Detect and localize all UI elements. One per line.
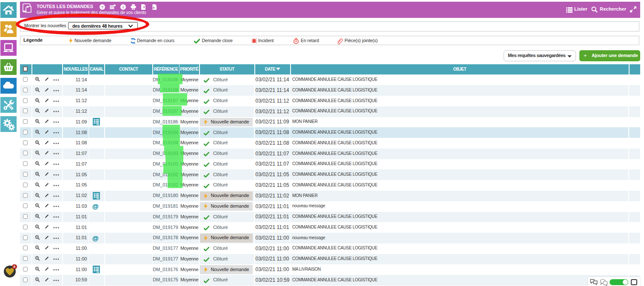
svg-text:i: i	[123, 5, 124, 9]
svg-text:?: ?	[101, 4, 104, 9]
